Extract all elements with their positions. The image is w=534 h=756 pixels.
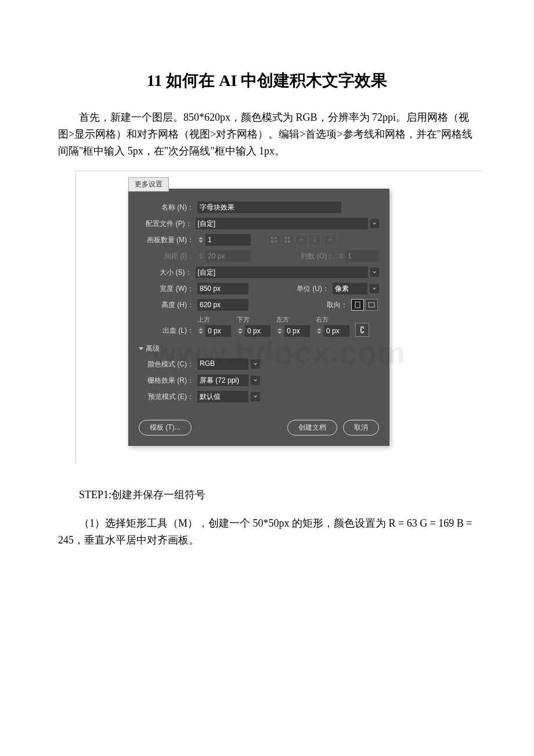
chevron-down-icon[interactable] (370, 284, 379, 293)
colormode-label: 颜色模式 (C)： (139, 359, 197, 369)
orientation-portrait-icon[interactable] (351, 299, 364, 311)
preview-label: 预览模式 (E)： (139, 392, 197, 402)
advanced-toggle[interactable]: 高级 (139, 344, 379, 354)
svg-rect-7 (288, 240, 290, 243)
svg-rect-8 (355, 302, 360, 308)
link-bleed-icon[interactable] (355, 323, 369, 337)
svg-rect-6 (284, 240, 287, 243)
chevron-down-icon[interactable] (370, 219, 379, 228)
height-label: 高度 (H)： (139, 300, 197, 310)
bleed-bottom-field[interactable] (245, 325, 270, 337)
height-field[interactable] (197, 299, 248, 311)
grid-by-col-icon (282, 234, 294, 246)
bleed-left-label: 左方 (276, 315, 310, 324)
bleed-right-label: 右方 (316, 315, 349, 324)
svg-rect-4 (284, 237, 287, 239)
more-settings-tab[interactable]: 更多设置 (128, 177, 169, 192)
svg-rect-5 (288, 237, 290, 239)
spacing-field (205, 250, 251, 262)
bleed-top-field[interactable] (205, 325, 231, 337)
spacing-label: 间距 (I)： (139, 251, 197, 261)
svg-rect-1 (275, 237, 277, 239)
bleed-right-spinner[interactable] (316, 325, 323, 337)
chevron-down-icon[interactable] (251, 392, 260, 401)
svg-rect-0 (271, 237, 273, 239)
create-document-button[interactable]: 创建文档 (287, 420, 337, 435)
chevron-down-icon[interactable] (370, 268, 379, 277)
svg-rect-9 (369, 303, 374, 307)
step1-body: （1）选择矩形工具（M），创建一个 50*50px 的矩形，颜色设置为 R = … (58, 515, 476, 549)
raster-select[interactable]: 屏幕 (72 ppi) (197, 375, 248, 386)
bleed-top-spinner[interactable] (197, 325, 204, 337)
grid-by-row-icon (268, 234, 281, 246)
colormode-select[interactable]: RGB (197, 358, 248, 370)
screenshot-container: www.bdocx.com 更多设置 名称 (N)： 配置文件 (P)： [自定… (75, 171, 482, 463)
units-select[interactable]: 像素 (333, 283, 367, 294)
page-title: 11 如何在 AI 中创建积木文字效果 (58, 70, 476, 92)
orient-label: 取向： (319, 300, 351, 310)
bleed-left-field[interactable] (284, 325, 310, 337)
bleed-right-field[interactable] (324, 325, 349, 337)
profile-select[interactable]: [自定] (196, 218, 368, 229)
chevron-down-icon[interactable] (251, 376, 260, 385)
columns-label: 列数 (O)： (299, 251, 337, 261)
raster-label: 栅格效果 (R)： (139, 376, 197, 386)
preview-select[interactable]: 默认值 (197, 391, 248, 402)
orientation-landscape-icon[interactable] (365, 299, 378, 311)
arrange-rtl-icon (324, 234, 337, 246)
svg-rect-3 (275, 240, 277, 243)
spacing-spinner (197, 250, 204, 262)
units-label: 单位 (U)： (294, 284, 333, 294)
width-label: 宽度 (W)： (139, 284, 197, 294)
artboards-field[interactable] (205, 234, 251, 246)
step1-label: STEP1:创建并保存一组符号 (58, 487, 476, 503)
intro-paragraph: 首先，新建一个图层。850*620px，颜色模式为 RGB，分辨率为 72ppi… (58, 109, 476, 159)
artboards-spinner[interactable] (197, 234, 204, 246)
svg-rect-2 (271, 240, 273, 243)
name-field[interactable] (197, 201, 341, 213)
size-label: 大小 (S)： (139, 268, 196, 278)
arrange-col-icon (308, 234, 321, 246)
cancel-button[interactable]: 取消 (343, 420, 379, 435)
bleed-left-spinner[interactable] (276, 325, 283, 337)
chevron-down-icon[interactable] (251, 359, 260, 369)
size-select[interactable]: [自定] (196, 267, 368, 278)
width-field[interactable] (197, 283, 248, 294)
artboards-label: 画板数量 (M)： (139, 235, 197, 245)
columns-spinner (337, 250, 344, 262)
columns-field (345, 250, 379, 262)
profile-label: 配置文件 (P)： (139, 219, 196, 229)
new-document-dialog: 更多设置 名称 (N)： 配置文件 (P)： [自定] 画板数量 (M)： (128, 189, 389, 446)
bleed-bottom-spinner[interactable] (237, 325, 244, 337)
templates-button[interactable]: 模板 (T)... (139, 420, 192, 435)
name-label: 名称 (N)： (139, 203, 197, 213)
bleed-label: 出血 (L)： (139, 326, 197, 337)
bleed-top-label: 上方 (197, 315, 231, 324)
arrange-row-icon (295, 234, 308, 246)
bleed-bottom-label: 下方 (237, 315, 270, 324)
